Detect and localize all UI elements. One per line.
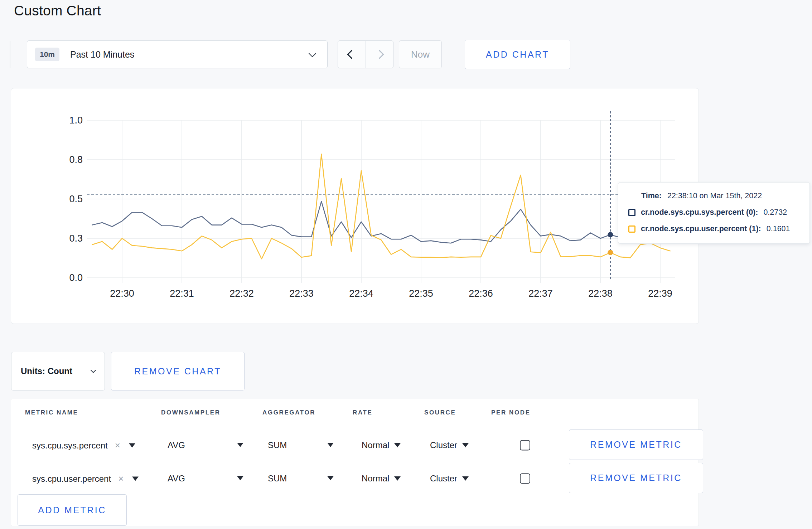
dropdown-caret-icon[interactable] — [132, 476, 139, 481]
metric-name-select[interactable]: sys.cpu.sys.percent × — [32, 440, 135, 451]
svg-text:0.0: 0.0 — [69, 272, 83, 283]
svg-text:0.8: 0.8 — [69, 154, 83, 165]
step-forward-button[interactable] — [366, 41, 393, 68]
col-header-downsampler: DOWNSAMPLER — [161, 409, 221, 416]
metric-name-value: sys.cpu.user.percent — [32, 474, 111, 484]
chevron-left-icon — [347, 50, 356, 59]
dropdown-caret-icon — [462, 443, 469, 447]
per-node-checkbox[interactable] — [520, 474, 530, 484]
page-title: Custom Chart — [14, 3, 101, 19]
source-select[interactable]: Cluster — [430, 440, 469, 450]
chart-card[interactable]: 0.00.30.50.81.022:3022:3122:3222:3322:34… — [11, 88, 699, 324]
downsampler-select[interactable]: AVG — [168, 474, 185, 484]
tooltip-time-row: Time: 22:38:10 on Mar 15th, 2022 — [628, 191, 802, 200]
time-range-badge: 10m — [35, 48, 59, 61]
dropdown-caret-icon[interactable] — [237, 476, 243, 480]
tooltip-series-value: 0.1601 — [767, 224, 790, 233]
svg-text:0.3: 0.3 — [69, 233, 83, 244]
dropdown-caret-icon — [394, 476, 401, 481]
dropdown-caret-icon[interactable] — [129, 443, 135, 447]
col-header-rate: RATE — [353, 409, 372, 416]
user-series-swatch-icon — [628, 225, 635, 233]
source-value: Cluster — [430, 474, 457, 484]
tooltip-series-value: 0.2732 — [763, 208, 787, 217]
svg-text:22:36: 22:36 — [469, 288, 493, 299]
col-header-per-node: PER NODE — [491, 409, 531, 416]
dropdown-caret-icon[interactable] — [237, 443, 243, 447]
svg-text:1.0: 1.0 — [69, 115, 83, 126]
rate-value: Normal — [362, 474, 389, 484]
units-select[interactable]: Units: Count — [11, 352, 105, 390]
tooltip-time-label: Time: — [641, 191, 662, 200]
time-step-buttons — [338, 40, 393, 68]
per-node-checkbox[interactable] — [520, 440, 530, 451]
svg-text:22:35: 22:35 — [409, 288, 433, 299]
chart-tooltip: Time: 22:38:10 on Mar 15th, 2022 cr.node… — [618, 182, 810, 244]
tooltip-time-value: 22:38:10 on Mar 15th, 2022 — [667, 191, 762, 200]
tooltip-series-label: cr.node.sys.cpu.user.percent (1): — [641, 224, 761, 233]
now-button[interactable]: Now — [399, 40, 442, 68]
svg-text:22:37: 22:37 — [528, 288, 553, 299]
aggregator-select[interactable]: SUM — [268, 440, 287, 450]
chevron-down-icon — [309, 50, 316, 57]
source-value: Cluster — [430, 440, 457, 450]
table-row: sys.cpu.sys.percent × AVG SUM Normal Clu… — [11, 428, 699, 462]
tooltip-series-row: cr.node.sys.cpu.user.percent (1): 0.1601 — [628, 224, 802, 233]
svg-text:22:39: 22:39 — [648, 288, 672, 299]
dropdown-caret-icon — [462, 476, 469, 481]
table-row: sys.cpu.user.percent × AVG SUM Normal Cl… — [11, 462, 699, 495]
col-header-aggregator: AGGREGATOR — [262, 409, 315, 416]
dropdown-caret-icon[interactable] — [327, 443, 334, 447]
toolbar-divider — [10, 41, 10, 68]
time-range-select[interactable]: 10m Past 10 Minutes — [27, 40, 328, 68]
chevron-right-icon — [375, 50, 384, 59]
col-header-metric-name: METRIC NAME — [25, 409, 78, 416]
tooltip-series-row: cr.node.sys.cpu.sys.percent (0): 0.2732 — [628, 208, 802, 217]
add-metric-button[interactable]: ADD METRIC — [18, 494, 127, 526]
svg-text:22:33: 22:33 — [289, 288, 314, 299]
col-header-source: SOURCE — [424, 409, 456, 416]
downsampler-select[interactable]: AVG — [168, 440, 185, 450]
remove-metric-button[interactable]: REMOVE METRIC — [569, 429, 703, 460]
step-back-button[interactable] — [338, 41, 366, 68]
rate-select[interactable]: Normal — [362, 440, 401, 450]
svg-text:22:34: 22:34 — [349, 288, 373, 299]
rate-select[interactable]: Normal — [362, 474, 401, 484]
remove-metric-button[interactable]: REMOVE METRIC — [569, 463, 703, 493]
svg-text:22:38: 22:38 — [588, 288, 613, 299]
remove-chart-button[interactable]: REMOVE CHART — [111, 352, 245, 390]
aggregator-select[interactable]: SUM — [268, 474, 287, 484]
clear-metric-icon[interactable]: × — [115, 440, 120, 451]
tooltip-series-label: cr.node.sys.cpu.sys.percent (0): — [641, 208, 758, 217]
rate-value: Normal — [362, 440, 389, 450]
time-range-label: Past 10 Minutes — [70, 49, 134, 60]
clear-metric-icon[interactable]: × — [118, 473, 124, 484]
svg-text:22:30: 22:30 — [110, 288, 134, 299]
svg-text:22:32: 22:32 — [229, 288, 254, 299]
metric-name-select[interactable]: sys.cpu.user.percent × — [32, 473, 139, 484]
sys-series-swatch-icon — [628, 209, 635, 216]
units-label: Units: Count — [21, 366, 72, 376]
metric-name-value: sys.cpu.sys.percent — [32, 440, 108, 450]
source-select[interactable]: Cluster — [430, 474, 469, 484]
chevron-down-icon — [91, 367, 96, 373]
dropdown-caret-icon[interactable] — [327, 476, 334, 480]
svg-text:22:31: 22:31 — [170, 288, 194, 299]
line-chart[interactable]: 0.00.30.50.81.022:3022:3122:3222:3322:34… — [11, 88, 699, 324]
add-chart-button[interactable]: ADD CHART — [465, 40, 570, 69]
svg-text:0.5: 0.5 — [69, 194, 83, 204]
dropdown-caret-icon — [394, 443, 401, 447]
